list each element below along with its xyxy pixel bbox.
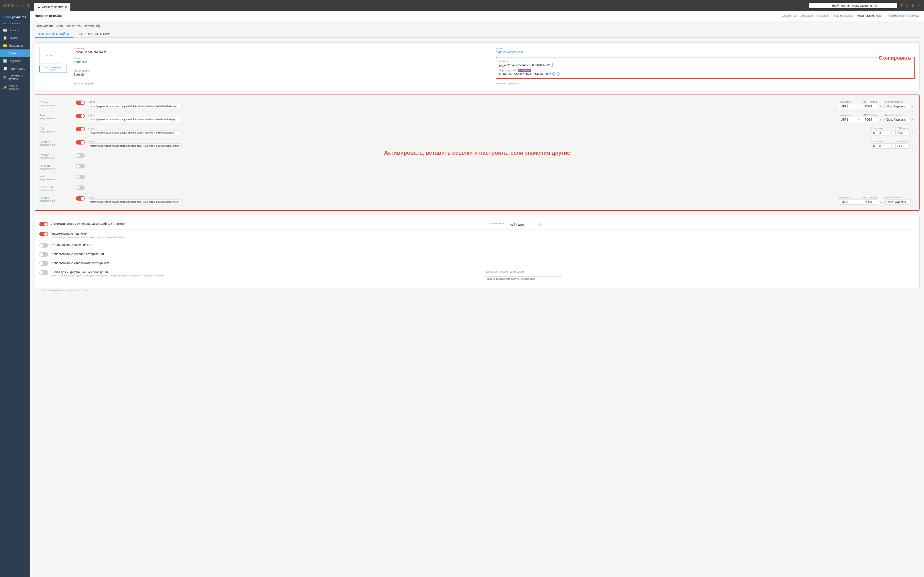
method-select-confirm[interactable]: POST GET — [895, 143, 910, 149]
facebook-link[interactable]: Facebook — [817, 14, 829, 17]
toggle-recurrent[interactable] — [76, 185, 85, 190]
setting-select-two-stage[interactable]: на 3-й день — [508, 222, 541, 227]
sidebar-label-subscriptions: Подписки — [9, 60, 21, 63]
manager-link[interactable]: Ваш менеджер — [834, 14, 853, 17]
notif-name-fail[interactable]: Fail — [40, 127, 73, 130]
back-to-list-link[interactable]: ← ВЕРНУТЬСЯ К СПИСКУ — [885, 14, 919, 17]
sidebar-item-receipts[interactable]: 🧾 Чеки и кассы — [0, 65, 30, 73]
toggle-refund[interactable] — [76, 153, 85, 158]
format-select-pay[interactable]: CloudPayments SOAP — [884, 117, 911, 122]
api-keys-box: Скопировать Public ID: pk_4a91caa755af4f… — [496, 57, 915, 79]
enc-select-pay[interactable]: UTF-8 Windows-1251 — [839, 117, 864, 122]
method-select-pay[interactable]: POST GET — [863, 117, 877, 122]
notif-field-method-check: HTTP метод POST GET — [863, 101, 882, 109]
url-bar[interactable]: https://merchant.cloudpayments.ru/ — [809, 3, 897, 8]
sidebar-item-sites[interactable]: 🌐 Сайты — [0, 50, 30, 57]
sidebar-item-news[interactable]: 📰 Новости — [0, 26, 30, 34]
bookmark-icon[interactable]: ☆ — [906, 3, 909, 8]
copy-public-id-icon[interactable]: ⊕ — [551, 63, 554, 67]
logo-payments: payments — [12, 15, 26, 19]
notif-name-kkt[interactable]: Kkt — [40, 175, 73, 178]
api-badge[interactable]: Обновить — [518, 69, 531, 72]
sidebar-item-journal[interactable]: 📓 Системный журнал — [0, 73, 30, 82]
setting-name-client-cert: Использование клиентского сертификата — [52, 261, 915, 264]
setting-right-two-stage: Срок зачисления на 3-й день — [485, 222, 915, 227]
bottom-settings: Автоматическое зачисление двустадийных п… — [35, 215, 919, 288]
notif-fields-check: Адрес Кодировка UTF-8 Windows-1251 HTTP … — [88, 101, 915, 109]
addr-input-pay[interactable] — [88, 117, 181, 122]
format-label-pay: Формат запроса — [884, 114, 915, 116]
dot-max — [11, 4, 14, 7]
toggle-fail[interactable] — [76, 127, 85, 131]
notif-fields-cancel: Адрес Кодировка UTF-8 Windows-1251 HTTP … — [88, 196, 915, 205]
sidebar: cloudpayments Настройки сайта 📰 Новости … — [0, 11, 30, 577]
enc-select-fail[interactable]: UTF-8 Windows-1251 — [871, 130, 896, 135]
addr-input-cancel[interactable] — [88, 200, 181, 205]
method-select-check[interactable]: POST GET — [863, 104, 877, 109]
notif-name-receipt[interactable]: Receipt — [40, 164, 73, 167]
field-phone: Телефон поддержки — [496, 82, 915, 85]
toggle-pay[interactable] — [76, 114, 85, 118]
toggle-cancel[interactable] — [76, 196, 85, 201]
notif-name-confirm[interactable]: Confirm — [40, 140, 73, 143]
notif-row-receipt: Receipt уведомление — [40, 162, 915, 172]
notif-name-cancel[interactable]: Cancel — [40, 196, 73, 200]
setting-input-info-email[interactable] — [485, 276, 562, 281]
refresh-button[interactable]: ↻ — [26, 3, 32, 8]
forward-button[interactable]: › — [21, 3, 25, 8]
setting-info-client-cert: Использование клиентского сертификата — [52, 261, 915, 264]
status-label: Статус — [73, 57, 493, 60]
notif-sub-refund: уведомление — [40, 156, 73, 160]
toggle-check[interactable] — [76, 101, 85, 105]
tab-close-icon[interactable]: ✕ — [65, 5, 67, 8]
name-value: Название вашего сайта — [73, 50, 493, 53]
active-tab[interactable]: ☁ CloudPayments ✕ — [34, 3, 70, 11]
method-select-cancel[interactable]: POST GET — [863, 200, 877, 205]
sidebar-item-new-products[interactable]: ✨ Новые продукты — [0, 82, 30, 92]
toggle-ssl-ignore[interactable] — [39, 243, 48, 248]
notif-field-addr-fail: Адрес — [88, 127, 869, 135]
toggle-kkt[interactable] — [76, 175, 85, 179]
notif-name-refund[interactable]: Refund — [40, 153, 73, 156]
toggle-client-cert[interactable] — [39, 261, 48, 266]
notif-name-recurrent[interactable]: Recurrent — [40, 185, 73, 189]
app-store-link[interactable]: AppStore — [801, 14, 813, 17]
notif-fields-pay: Адрес Кодировка UTF-8 Windows-1251 HTTP … — [88, 114, 915, 122]
main-area: Настройки сайта Google Play AppStore Fac… — [30, 11, 924, 577]
tab-settings[interactable]: НАСТРОЙКА САЙТА — [35, 31, 73, 38]
google-play-link[interactable]: Google Play — [782, 14, 797, 17]
addr-input-fail[interactable] — [88, 130, 181, 135]
change-logo-button[interactable]: + ИЗМЕНИТЬ ЛОГО — [39, 65, 67, 73]
notif-left-pay: Pay уведомление — [40, 114, 73, 120]
addr-input-confirm[interactable] — [88, 143, 181, 148]
footer-version: v2021.09.21.1192.1.240 — [63, 289, 87, 292]
notif-field-method-fail: HTTP метод POST GET — [895, 127, 915, 135]
format-select-check[interactable]: CloudPayments SOAP — [884, 104, 911, 109]
sidebar-item-transactions[interactable]: 💳 Транзакции — [0, 42, 30, 50]
download-icon[interactable]: ⬇ — [911, 3, 915, 8]
format-select-cancel[interactable]: CloudPayments SOAP — [884, 200, 911, 205]
toggle-confirm[interactable] — [76, 140, 85, 145]
copy-api-icon[interactable]: ⊕ — [552, 72, 556, 76]
toggle-subscription-notice[interactable] — [39, 232, 48, 236]
method-select-fail[interactable]: POST GET — [895, 130, 910, 135]
sidebar-item-orders[interactable]: 📋 Заказы — [0, 34, 30, 42]
back-button[interactable]: ‹ — [16, 3, 19, 8]
addr-input-check[interactable] — [88, 104, 181, 109]
notif-fields-fail: Адрес Кодировка UTF-8 Windows-1251 HTTP … — [88, 127, 915, 135]
toggle-info-email[interactable] — [39, 270, 48, 275]
notif-row-kkt: Kkt уведомление — [40, 172, 915, 183]
sidebar-item-subscriptions[interactable]: 🔄 Подписки — [0, 57, 30, 65]
toggle-basic-auth[interactable] — [39, 252, 48, 256]
api-info-icon[interactable]: ? — [557, 72, 560, 76]
toggle-receipt[interactable] — [76, 164, 85, 168]
enc-select-cancel[interactable]: UTF-8 Windows-1251 — [839, 200, 864, 205]
enc-select-confirm[interactable]: UTF-8 Windows-1251 — [871, 143, 896, 149]
toggle-two-stage[interactable] — [39, 222, 48, 226]
menu-icon[interactable]: ⋮ — [917, 3, 921, 8]
notif-name-check[interactable]: Check — [40, 101, 73, 104]
method-label-cancel: HTTP метод — [863, 196, 882, 199]
tab-receipt[interactable]: ШАБЛОН КВИТАНЦИИ — [73, 31, 115, 38]
enc-select-check[interactable]: UTF-8 Windows-1251 — [839, 104, 864, 109]
notif-name-pay[interactable]: Pay — [40, 114, 73, 117]
